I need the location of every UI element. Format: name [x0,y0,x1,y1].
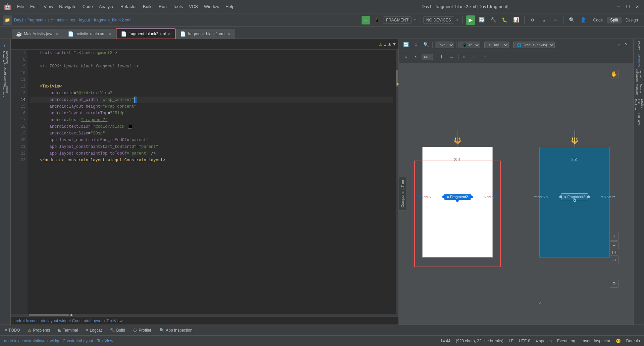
path-btn[interactable]: ⌇ [437,53,446,61]
app-inspection-btn[interactable]: 🔍 App Inspection [157,327,194,333]
project-panel-icon[interactable]: P [1,42,10,50]
sdk-btn[interactable]: ☁ [539,15,549,25]
tab-fragment2[interactable]: 📄 fragment_blank2.xml ✕ [116,28,175,39]
search-everywhere-btn[interactable]: 🔍 [567,15,577,25]
design-help-btn[interactable]: ? [622,41,631,49]
locale-selector[interactable]: 🌐 Default (en-us) [513,42,555,48]
breadcrumb-src[interactable]: src [47,18,53,22]
menu-refactor[interactable]: Refactor [118,3,140,10]
tab-close-activity[interactable]: ✕ [108,32,111,36]
breadcrumb-day1[interactable]: Day1 [14,18,23,22]
menu-help[interactable]: Help [223,3,237,10]
code-content[interactable]: tools:context=".BlankFragment2"> <!— TOD… [28,50,396,314]
design-device-frame[interactable]: | 251 ← ∿∿∿∿ [422,147,493,257]
breadcrumb-res[interactable]: res [69,18,75,22]
menu-code[interactable]: Code [80,3,96,10]
profiler-btn[interactable]: ⏱ Profiler [131,327,153,333]
nav-down[interactable]: ▼ [393,42,396,47]
breadcrumb-constraint[interactable]: androidx.constraintlayout.widget.Constra… [13,319,103,323]
menu-view[interactable]: View [41,3,56,10]
todo-btn[interactable]: ≡ TODO [3,327,22,333]
nav-up[interactable]: ▲ [388,42,391,47]
sync-button[interactable]: 🔄 [477,15,487,25]
tab-close-fragment2[interactable]: ✕ [168,32,171,36]
zoom-level-label[interactable]: 1:1 [610,251,619,255]
breadcrumb-main[interactable]: main [57,18,65,22]
bottom-handle[interactable] [456,199,459,202]
menu-tools[interactable]: Tools [170,3,185,10]
close-button[interactable]: ✕ [634,3,641,10]
split-view-tab[interactable]: Split [607,17,621,23]
tab-mainactivity[interactable]: ☕ MainActivity.java ✕ [12,29,63,39]
code-view-tab[interactable]: Code [590,17,606,23]
project-icon[interactable]: 📁 [3,15,12,25]
more-btn[interactable]: ⋯ [551,15,560,25]
design-view-tab[interactable]: Design [622,17,641,23]
breadcrumb-textview[interactable]: TextView [107,319,123,323]
settings-btn[interactable]: ⚙ [528,15,537,25]
zoom-in-btn[interactable]: + [610,232,619,241]
force-refresh-btn[interactable]: 🔄 [401,41,410,49]
margin-input[interactable]: 0dp [422,54,433,60]
tab-close-fragment1[interactable]: ✕ [227,32,230,36]
attributes-panel-icon[interactable]: Attributes [635,54,643,67]
minimize-button[interactable]: − [615,3,622,10]
align-btn[interactable]: ↕ [481,53,489,61]
layout-inspector-btn[interactable]: Layout Inspector [581,339,610,343]
breadcrumb-file[interactable]: fragment_blank2.xml [94,18,131,22]
emulator-icon[interactable]: Emulator [635,113,643,126]
api-selector[interactable]: 📱 32 [459,42,480,48]
fragment-selector[interactable]: FRAGMENT [383,16,412,24]
design-canvas[interactable]: Component Tree 🔱 | 251 [399,63,633,325]
terminal-btn[interactable]: ⊞ Terminal [56,327,80,333]
tab-close-main[interactable]: ✕ [55,32,58,36]
bp-right-handle[interactable] [587,195,590,198]
build-variants-icon[interactable]: Build Variants [1,87,10,96]
menu-build[interactable]: Build [140,3,155,10]
add-constraint-btn[interactable]: ⊕ [401,53,410,61]
resize-handle-icon[interactable]: ↗ [538,299,542,306]
blueprint-toggle-btn[interactable]: ⊡ [610,279,619,288]
profile-button[interactable]: 📊 [512,15,521,25]
vertical-scrollbar[interactable] [396,50,398,314]
breadcrumb-layout[interactable]: layout [79,18,90,22]
build-button[interactable]: 🔨 [489,15,498,25]
logcat-btn[interactable]: ≡ Logcat [84,327,104,333]
device-selector[interactable]: NO DEVICES [423,16,454,24]
theme-selector[interactable]: ☀ Day1 [484,42,509,48]
event-log-btn[interactable]: Event Log [557,339,575,343]
palette-panel-icon[interactable]: Palette [635,39,643,52]
hand-tool-btn[interactable]: ✋ [610,70,619,78]
debug-button[interactable]: 🐛 [500,15,509,25]
toggle-issues-btn[interactable]: ⊙ [412,41,420,49]
select-mode-btn[interactable]: ↖ [412,53,420,61]
layout-validation-icon[interactable]: Layout Validation [635,68,643,82]
zoom-out-btn[interactable]: − [610,241,619,250]
run-button[interactable]: ▶ [466,15,475,25]
right-handle[interactable] [470,195,473,198]
bp-widget-container[interactable]: ← ∿∿∿∿ ∿∿∿∿ → ● Fragment2 [561,193,588,200]
menu-file[interactable]: File [14,3,27,10]
maximize-button[interactable]: □ [625,3,631,10]
zoom-btn-toolbar[interactable]: 🔍 [422,41,430,49]
account-btn[interactable]: 👤 [579,15,588,25]
menu-navigate[interactable]: Navigate [56,3,79,10]
widget-container[interactable]: ← ∿∿∿∿ ∿∿∿∿ → ● Fragment2 [444,194,471,200]
breadcrumb-fragment[interactable]: fragment [28,18,43,22]
pack-horizontal-btn[interactable]: ⊞ [461,53,469,61]
favorites-icon[interactable]: Favorites [1,76,10,84]
horizontal-scrollbar[interactable] [11,314,398,316]
menu-window[interactable]: Window [201,3,222,10]
device-manager-icon[interactable]: Device Manager [635,83,643,97]
edit-btn[interactable]: ✏ [447,53,456,61]
blueprint-device-frame[interactable]: 251 ← ∿∿∿∿ ∿∿∿∿ → [539,147,610,257]
resource-manager-icon[interactable]: Resource Manager [1,53,10,62]
pack-vertical-btn[interactable]: ⊟ [471,53,479,61]
tab-fragment1[interactable]: 📄 fragment_blank1.xml ✕ [176,29,234,39]
back-navigation-btn[interactable]: ← [362,16,370,24]
bp-left-handle[interactable] [559,195,562,198]
bp-bottom-handle[interactable] [573,199,576,202]
pixel-selector[interactable]: Pixel [435,42,454,48]
structure-icon[interactable]: Structure [1,64,10,73]
left-handle[interactable] [442,195,445,198]
